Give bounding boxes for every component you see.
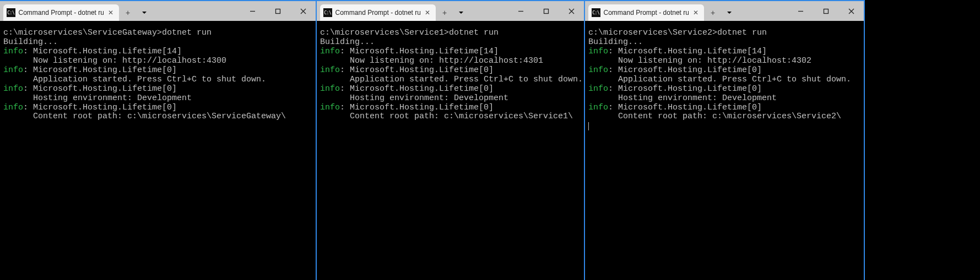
log-level: info [588,84,608,94]
log-message: Hosting environment: Development [588,94,777,103]
log-message: Now listening on: http://localhost:4301 [320,56,543,65]
log-message: Content root path: c:\microservices\Serv… [588,112,841,121]
tabstrip: C:\Command Prompt - dotnet rur✕+ [317,1,508,21]
maximize-button[interactable] [533,1,559,21]
terminal-window: C:\Command Prompt - dotnet rur✕+c:\micro… [0,0,317,280]
terminal-body[interactable]: c:\microservices\Service1>dotnet run Bui… [317,21,584,280]
log-message: Hosting environment: Development [320,94,508,103]
prompt-line: c:\microservices\ServiceGateway>dotnet r… [3,28,212,37]
log-message: : Microsoft.Hosting.Lifetime[0] [23,103,177,112]
log-message: Now listening on: http://localhost:4300 [3,56,226,65]
log-message: Hosting environment: Development [3,94,192,103]
new-tab-button[interactable]: + [120,4,136,21]
log-level: info [3,103,23,112]
cmd-icon: C:\ [323,8,332,17]
console-output: c:\microservices\Service1>dotnet run Bui… [320,29,582,122]
titlebar[interactable]: C:\Command Prompt - dotnet rur✕+ [0,1,316,21]
log-message: : Microsoft.Hosting.Lifetime[14] [23,47,182,56]
prompt-line: c:\microservices\Service2>dotnet run [588,28,767,37]
log-message: : Microsoft.Hosting.Lifetime[0] [608,84,762,94]
tab-dropdown-icon[interactable] [453,4,469,21]
titlebar[interactable]: C:\Command Prompt - dotnet rur✕+ [585,1,864,21]
log-level: info [320,65,340,75]
maximize-button[interactable] [265,1,290,21]
log-message: : Microsoft.Hosting.Lifetime[0] [608,103,762,112]
tabstrip: C:\Command Prompt - dotnet rur✕+ [585,1,788,21]
close-button[interactable] [559,1,584,21]
log-message: Application started. Press Ctrl+C to shu… [3,75,266,84]
titlebar[interactable]: C:\Command Prompt - dotnet rur✕+ [317,1,584,21]
log-level: info [320,103,340,112]
svg-rect-1 [544,9,548,13]
tab-close-icon[interactable]: ✕ [424,9,431,17]
tab[interactable]: C:\Command Prompt - dotnet rur✕ [320,4,436,21]
log-level: info [3,47,23,56]
window-controls [788,1,864,21]
console-output: c:\microservices\ServiceGateway>dotnet r… [3,29,313,122]
building-line: Building... [320,37,375,47]
log-message: : Microsoft.Hosting.Lifetime[0] [340,84,494,94]
tabstrip: C:\Command Prompt - dotnet rur✕+ [0,1,240,21]
log-message: Content root path: c:\microservices\Serv… [320,112,573,121]
log-level: info [320,84,340,94]
cmd-icon: C:\ [592,8,600,17]
log-message: : Microsoft.Hosting.Lifetime[0] [340,65,494,75]
log-message: Application started. Press Ctrl+C to shu… [588,75,851,84]
building-line: Building... [3,37,58,47]
log-message: Content root path: c:\microservices\Serv… [3,112,286,121]
console-output: c:\microservices\Service2>dotnet run Bui… [588,29,862,131]
tab-dropdown-icon[interactable] [137,4,152,21]
terminal-body[interactable]: c:\microservices\Service2>dotnet run Bui… [585,21,864,280]
svg-rect-2 [824,9,828,13]
close-button[interactable] [838,1,864,21]
terminal-body[interactable]: c:\microservices\ServiceGateway>dotnet r… [0,21,316,280]
log-level: info [3,65,23,75]
window-controls [508,1,584,21]
cursor [588,122,589,130]
log-level: info [3,84,23,94]
tab-title: Command Prompt - dotnet rur [19,9,104,17]
window-controls [240,1,316,21]
log-message: : Microsoft.Hosting.Lifetime[0] [340,103,494,112]
log-message: : Microsoft.Hosting.Lifetime[0] [608,65,762,75]
prompt-line: c:\microservices\Service1>dotnet run [320,28,499,37]
minimize-button[interactable] [240,1,265,21]
tab-close-icon[interactable]: ✕ [692,9,700,17]
new-tab-button[interactable]: + [705,4,721,21]
log-level: info [588,47,608,56]
log-level: info [588,103,608,112]
log-level: info [588,65,608,75]
close-button[interactable] [290,1,316,21]
new-tab-button[interactable]: + [437,4,452,21]
svg-rect-0 [275,9,280,13]
log-message: : Microsoft.Hosting.Lifetime[0] [23,65,177,75]
maximize-button[interactable] [813,1,838,21]
minimize-button[interactable] [788,1,813,21]
log-message: Application started. Press Ctrl+C to shu… [320,75,583,84]
tab-title: Command Prompt - dotnet rur [335,9,421,17]
log-message: : Microsoft.Hosting.Lifetime[14] [608,47,767,56]
minimize-button[interactable] [508,1,533,21]
tab[interactable]: C:\Command Prompt - dotnet rur✕ [588,4,704,21]
log-message: : Microsoft.Hosting.Lifetime[14] [340,47,499,56]
building-line: Building... [588,37,643,47]
terminal-window: C:\Command Prompt - dotnet rur✕+c:\micro… [317,0,585,280]
log-message: : Microsoft.Hosting.Lifetime[0] [23,84,177,94]
cmd-icon: C:\ [7,8,15,17]
log-level: info [320,47,340,56]
tab-close-icon[interactable]: ✕ [107,9,115,17]
tab-title: Command Prompt - dotnet rur [604,9,689,17]
tab[interactable]: C:\Command Prompt - dotnet rur✕ [3,4,119,21]
log-message: Now listening on: http://localhost:4302 [588,56,811,65]
tab-dropdown-icon[interactable] [722,4,737,21]
terminal-window: C:\Command Prompt - dotnet rur✕+c:\micro… [585,0,865,280]
